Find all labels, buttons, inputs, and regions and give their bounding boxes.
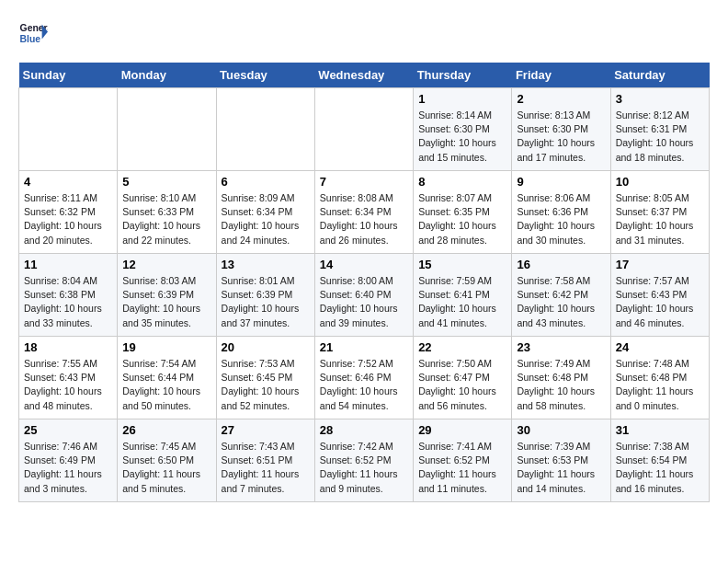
cell-info: Sunrise: 8:07 AM Sunset: 6:35 PM Dayligh… bbox=[418, 191, 506, 247]
cell-info: Sunrise: 8:13 AM Sunset: 6:30 PM Dayligh… bbox=[517, 109, 605, 165]
day-number: 28 bbox=[320, 423, 408, 437]
cell-info: Sunrise: 8:09 AM Sunset: 6:34 PM Dayligh… bbox=[222, 191, 310, 247]
calendar-cell bbox=[19, 88, 118, 171]
day-number: 19 bbox=[122, 340, 210, 354]
cell-info: Sunrise: 7:58 AM Sunset: 6:42 PM Dayligh… bbox=[517, 274, 605, 330]
cell-info: Sunrise: 7:41 AM Sunset: 6:52 PM Dayligh… bbox=[418, 440, 506, 496]
day-number: 18 bbox=[24, 340, 112, 354]
calendar-cell: 23Sunrise: 7:49 AM Sunset: 6:48 PM Dayli… bbox=[512, 337, 610, 419]
weekday-header-sunday: Sunday bbox=[19, 63, 118, 88]
day-number: 24 bbox=[616, 340, 704, 354]
day-number: 16 bbox=[517, 258, 605, 271]
day-number: 8 bbox=[418, 175, 506, 189]
day-number: 31 bbox=[616, 423, 704, 437]
calendar-cell bbox=[314, 88, 413, 171]
calendar-cell: 4Sunrise: 8:11 AM Sunset: 6:32 PM Daylig… bbox=[19, 171, 118, 254]
calendar-cell: 17Sunrise: 7:57 AM Sunset: 6:43 PM Dayli… bbox=[610, 254, 709, 337]
calendar-cell: 24Sunrise: 7:48 AM Sunset: 6:48 PM Dayli… bbox=[610, 337, 709, 419]
calendar-cell: 6Sunrise: 8:09 AM Sunset: 6:34 PM Daylig… bbox=[216, 171, 314, 254]
calendar-cell: 22Sunrise: 7:50 AM Sunset: 6:47 PM Dayli… bbox=[414, 337, 512, 419]
day-number: 15 bbox=[418, 258, 506, 271]
calendar-cell: 1Sunrise: 8:14 AM Sunset: 6:30 PM Daylig… bbox=[414, 88, 512, 171]
calendar-cell: 3Sunrise: 8:12 AM Sunset: 6:31 PM Daylig… bbox=[610, 88, 709, 171]
page-header: General Blue bbox=[18, 18, 710, 48]
calendar-cell: 2Sunrise: 8:13 AM Sunset: 6:30 PM Daylig… bbox=[512, 88, 610, 171]
calendar-cell: 25Sunrise: 7:46 AM Sunset: 6:49 PM Dayli… bbox=[19, 419, 118, 502]
cell-info: Sunrise: 7:54 AM Sunset: 6:44 PM Dayligh… bbox=[122, 357, 210, 413]
day-number: 17 bbox=[616, 258, 704, 271]
day-number: 11 bbox=[24, 258, 112, 271]
calendar-cell: 30Sunrise: 7:39 AM Sunset: 6:53 PM Dayli… bbox=[512, 419, 610, 502]
day-number: 30 bbox=[517, 423, 605, 437]
weekday-header-saturday: Saturday bbox=[610, 63, 709, 88]
calendar-cell: 27Sunrise: 7:43 AM Sunset: 6:51 PM Dayli… bbox=[216, 419, 314, 502]
day-number: 5 bbox=[122, 175, 210, 189]
day-number: 26 bbox=[122, 423, 210, 437]
cell-info: Sunrise: 7:45 AM Sunset: 6:50 PM Dayligh… bbox=[122, 440, 210, 496]
cell-info: Sunrise: 7:48 AM Sunset: 6:48 PM Dayligh… bbox=[616, 357, 704, 413]
calendar-cell: 28Sunrise: 7:42 AM Sunset: 6:52 PM Dayli… bbox=[314, 419, 413, 502]
day-number: 3 bbox=[616, 92, 704, 106]
cell-info: Sunrise: 7:50 AM Sunset: 6:47 PM Dayligh… bbox=[418, 357, 506, 413]
cell-info: Sunrise: 7:39 AM Sunset: 6:53 PM Dayligh… bbox=[517, 440, 605, 496]
day-number: 21 bbox=[320, 340, 408, 354]
day-number: 4 bbox=[24, 175, 112, 189]
weekday-header-thursday: Thursday bbox=[414, 63, 512, 88]
weekday-header-monday: Monday bbox=[118, 63, 216, 88]
calendar-cell: 26Sunrise: 7:45 AM Sunset: 6:50 PM Dayli… bbox=[118, 419, 216, 502]
calendar-cell bbox=[216, 88, 314, 171]
cell-info: Sunrise: 7:52 AM Sunset: 6:46 PM Dayligh… bbox=[320, 357, 408, 413]
cell-info: Sunrise: 7:55 AM Sunset: 6:43 PM Dayligh… bbox=[24, 357, 112, 413]
day-number: 1 bbox=[418, 92, 506, 106]
weekday-header-friday: Friday bbox=[512, 63, 610, 88]
day-number: 9 bbox=[517, 175, 605, 189]
day-number: 27 bbox=[222, 423, 310, 437]
calendar-header: SundayMondayTuesdayWednesdayThursdayFrid… bbox=[19, 63, 710, 88]
day-number: 6 bbox=[222, 175, 310, 189]
cell-info: Sunrise: 8:03 AM Sunset: 6:39 PM Dayligh… bbox=[122, 274, 210, 330]
calendar-cell: 13Sunrise: 8:01 AM Sunset: 6:39 PM Dayli… bbox=[216, 254, 314, 337]
cell-info: Sunrise: 7:53 AM Sunset: 6:45 PM Dayligh… bbox=[222, 357, 310, 413]
day-number: 14 bbox=[320, 258, 408, 271]
calendar-week-4: 18Sunrise: 7:55 AM Sunset: 6:43 PM Dayli… bbox=[19, 337, 710, 419]
calendar-cell: 19Sunrise: 7:54 AM Sunset: 6:44 PM Dayli… bbox=[118, 337, 216, 419]
cell-info: Sunrise: 8:11 AM Sunset: 6:32 PM Dayligh… bbox=[24, 191, 112, 247]
svg-text:Blue: Blue bbox=[20, 34, 41, 44]
day-number: 25 bbox=[24, 423, 112, 437]
day-number: 29 bbox=[418, 423, 506, 437]
day-number: 13 bbox=[222, 258, 310, 271]
calendar-cell: 18Sunrise: 7:55 AM Sunset: 6:43 PM Dayli… bbox=[19, 337, 118, 419]
calendar-cell: 20Sunrise: 7:53 AM Sunset: 6:45 PM Dayli… bbox=[216, 337, 314, 419]
calendar-week-1: 1Sunrise: 8:14 AM Sunset: 6:30 PM Daylig… bbox=[19, 88, 710, 171]
weekday-header-tuesday: Tuesday bbox=[216, 63, 314, 88]
cell-info: Sunrise: 7:57 AM Sunset: 6:43 PM Dayligh… bbox=[616, 274, 704, 330]
weekday-header-wednesday: Wednesday bbox=[314, 63, 413, 88]
day-number: 12 bbox=[122, 258, 210, 271]
calendar-cell: 8Sunrise: 8:07 AM Sunset: 6:35 PM Daylig… bbox=[414, 171, 512, 254]
cell-info: Sunrise: 7:42 AM Sunset: 6:52 PM Dayligh… bbox=[320, 440, 408, 496]
cell-info: Sunrise: 8:00 AM Sunset: 6:40 PM Dayligh… bbox=[320, 274, 408, 330]
logo-icon: General Blue bbox=[18, 18, 48, 48]
calendar-cell: 16Sunrise: 7:58 AM Sunset: 6:42 PM Dayli… bbox=[512, 254, 610, 337]
cell-info: Sunrise: 8:04 AM Sunset: 6:38 PM Dayligh… bbox=[24, 274, 112, 330]
cell-info: Sunrise: 8:06 AM Sunset: 6:36 PM Dayligh… bbox=[517, 191, 605, 247]
cell-info: Sunrise: 8:12 AM Sunset: 6:31 PM Dayligh… bbox=[616, 109, 704, 165]
cell-info: Sunrise: 7:43 AM Sunset: 6:51 PM Dayligh… bbox=[222, 440, 310, 496]
day-number: 10 bbox=[616, 175, 704, 189]
cell-info: Sunrise: 8:01 AM Sunset: 6:39 PM Dayligh… bbox=[222, 274, 310, 330]
logo: General Blue bbox=[18, 18, 48, 48]
cell-info: Sunrise: 8:08 AM Sunset: 6:34 PM Dayligh… bbox=[320, 191, 408, 247]
calendar-week-5: 25Sunrise: 7:46 AM Sunset: 6:49 PM Dayli… bbox=[19, 419, 710, 502]
calendar-week-2: 4Sunrise: 8:11 AM Sunset: 6:32 PM Daylig… bbox=[19, 171, 710, 254]
cell-info: Sunrise: 8:14 AM Sunset: 6:30 PM Dayligh… bbox=[418, 109, 506, 165]
calendar-cell: 12Sunrise: 8:03 AM Sunset: 6:39 PM Dayli… bbox=[118, 254, 216, 337]
calendar-cell: 11Sunrise: 8:04 AM Sunset: 6:38 PM Dayli… bbox=[19, 254, 118, 337]
calendar-cell bbox=[118, 88, 216, 171]
calendar-cell: 9Sunrise: 8:06 AM Sunset: 6:36 PM Daylig… bbox=[512, 171, 610, 254]
cell-info: Sunrise: 8:05 AM Sunset: 6:37 PM Dayligh… bbox=[616, 191, 704, 247]
calendar-cell: 31Sunrise: 7:38 AM Sunset: 6:54 PM Dayli… bbox=[610, 419, 709, 502]
day-number: 7 bbox=[320, 175, 408, 189]
cell-info: Sunrise: 7:46 AM Sunset: 6:49 PM Dayligh… bbox=[24, 440, 112, 496]
day-number: 23 bbox=[517, 340, 605, 354]
day-number: 22 bbox=[418, 340, 506, 354]
